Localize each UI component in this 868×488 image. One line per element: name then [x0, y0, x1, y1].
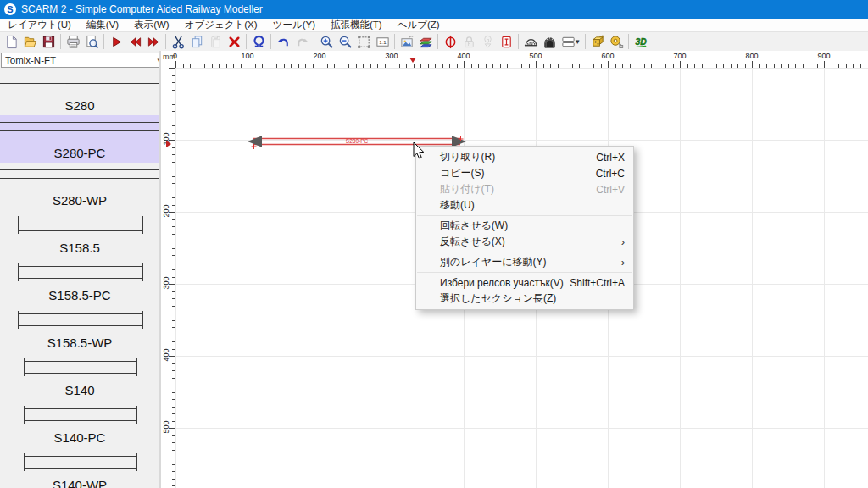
redo-icon[interactable] — [292, 33, 311, 51]
chevron-down-icon[interactable]: ▾ — [576, 37, 582, 46]
menu-item-label: コピー(S) — [440, 166, 485, 180]
fast-forward-icon[interactable] — [144, 33, 163, 51]
context-menu-item-10[interactable]: Избери релсов участък(V)Shift+Ctrl+A — [416, 274, 633, 291]
track-library-item-S140-PC[interactable]: S140-PC — [0, 400, 159, 447]
menu-item-label: 貼り付け(T) — [440, 182, 494, 197]
measures-icon[interactable] — [588, 33, 607, 51]
menu-item-label: 切り取り(R) — [440, 150, 495, 164]
tape-measure-icon[interactable] — [607, 33, 626, 51]
ruler-label: 500 — [523, 52, 548, 60]
toolbar-separator — [518, 34, 519, 49]
context-menu: 切り取り(R)Ctrl+Xコピー(S)Ctrl+C貼り付け(T)Ctrl+V移動… — [415, 146, 634, 310]
menubar-item-1[interactable]: 編集(V) — [79, 19, 126, 31]
toolbar-separator — [394, 34, 395, 49]
context-menu-item-8[interactable]: 別のレイヤーに移動(Y)› — [416, 254, 633, 270]
track-library-item-S158.5-PC[interactable]: S158.5-PC — [0, 258, 159, 305]
zoom-actual-icon[interactable]: 1:1 — [373, 33, 392, 51]
toolbar-group: hh — [441, 33, 515, 51]
cursor-position-marker-x — [409, 58, 416, 63]
track-item-label: S158.5-PC — [0, 288, 159, 303]
track-library-item-S140-WP[interactable]: S140-WP — [0, 447, 159, 488]
context-menu-item-0[interactable]: 切り取り(R)Ctrl+X — [416, 149, 633, 165]
print-preview-icon[interactable] — [82, 33, 101, 51]
vertical-ruler: 100200300400500 — [161, 68, 176, 488]
library-selector-value: Tomix-N-FT — [5, 55, 56, 65]
menubar-item-2[interactable]: 表示(W) — [126, 19, 177, 31]
rotate-icon[interactable] — [249, 33, 268, 51]
zoom-in-icon[interactable] — [317, 33, 336, 51]
go-point-icon[interactable] — [107, 33, 125, 51]
menu-item-label: Избери релсов участък(V) — [440, 277, 564, 289]
menubar-item-3[interactable]: オブジェクト(X) — [177, 19, 265, 31]
track-library-item-S158.5-WP[interactable]: S158.5-WP — [0, 305, 159, 352]
menu-item-shortcut: Shift+Ctrl+A — [570, 277, 625, 289]
fast-back-icon[interactable] — [125, 33, 144, 51]
window-title: SCARM 2 - Simple Computer Aided Railway … — [21, 3, 263, 15]
menubar-item-6[interactable]: ヘルプ(Z) — [390, 19, 448, 31]
menu-item-shortcut: Ctrl+X — [596, 152, 625, 164]
track-library-item-S280[interactable]: S280 — [0, 68, 159, 115]
flex-track-icon[interactable] — [497, 33, 515, 51]
copy-icon[interactable] — [187, 33, 206, 51]
menu-item-label: 移動(U) — [440, 198, 475, 213]
track-item-label: S280-WP — [0, 193, 159, 208]
track-library-item-S280-WP[interactable]: S280-WP — [0, 163, 159, 210]
tunnel-icon[interactable] — [540, 33, 559, 51]
ruler-tick — [464, 61, 465, 68]
undo-icon[interactable] — [274, 33, 292, 51]
track-library-item-S140[interactable]: S140 — [0, 352, 159, 400]
context-menu-item-3[interactable]: 移動(U) — [416, 197, 633, 214]
save-icon[interactable] — [39, 33, 58, 51]
ruler-tick — [175, 61, 176, 68]
layers-icon[interactable] — [416, 33, 435, 51]
submenu-arrow-icon: › — [621, 236, 625, 247]
track-center-icon[interactable] — [441, 33, 459, 51]
paste-icon[interactable] — [206, 33, 225, 51]
ruler-tick — [824, 61, 825, 68]
track-library-item-S280-PC[interactable]: S280-PC — [0, 115, 159, 163]
horizontal-ruler: 0100200300400500600700800900 — [175, 51, 868, 69]
track-style-icon[interactable] — [559, 33, 577, 51]
svg-text:h: h — [467, 42, 470, 47]
bridge-icon[interactable] — [521, 33, 540, 51]
zoom-area-icon[interactable] — [354, 33, 373, 51]
toolbar-group — [2, 33, 58, 51]
toolbar-group — [169, 33, 243, 51]
zoom-out-icon[interactable] — [336, 33, 354, 51]
cut-icon[interactable] — [169, 33, 187, 51]
context-menu-item-11[interactable]: 選択したセクション長(Z) — [416, 291, 633, 307]
track-item-label: S280-PC — [0, 146, 159, 161]
track-item-label: S140-WP — [0, 478, 159, 488]
ruler-label: 200 — [307, 52, 332, 60]
lock-heights-icon[interactable]: h — [459, 33, 478, 51]
toolbar-group — [249, 33, 268, 51]
print-icon[interactable] — [64, 33, 82, 51]
track-library-item-S158.5[interactable]: S158.5 — [0, 210, 159, 258]
delete-icon[interactable] — [225, 33, 243, 51]
open-icon[interactable] — [20, 33, 39, 51]
track-preview — [18, 311, 143, 329]
new-layout-icon[interactable] — [2, 33, 20, 51]
toolbar-separator — [628, 34, 629, 49]
context-menu-item-5[interactable]: 回転させる(W) — [416, 218, 633, 234]
ruler-label: 200 — [162, 194, 170, 228]
library-selector[interactable]: Tomix-N-FT ▾ — [1, 53, 161, 68]
menu-item-label: 回転させる(W) — [440, 219, 508, 233]
menu-item-shortcut: Ctrl+C — [596, 168, 625, 180]
ruler-tick — [392, 61, 392, 68]
ruler-label: 300 — [162, 266, 170, 300]
svg-text:3D: 3D — [635, 36, 647, 46]
set-height-icon[interactable]: h — [478, 33, 497, 51]
menubar-item-0[interactable]: レイアウト(U) — [0, 19, 79, 31]
view-3d-icon[interactable]: 3D — [632, 33, 650, 51]
toolbar-separator — [585, 34, 586, 49]
menubar-item-5[interactable]: 拡張機能(T) — [323, 19, 390, 31]
context-menu-item-6[interactable]: 反転させる(X)› — [416, 234, 633, 250]
context-menu-item-2[interactable]: 貼り付け(T)Ctrl+V — [416, 181, 633, 197]
toolbar-group — [588, 33, 626, 51]
background-image-icon[interactable] — [398, 33, 416, 51]
menubar-item-4[interactable]: ツール(Y) — [265, 19, 323, 31]
track-preview — [18, 263, 143, 281]
toolbar-separator — [103, 34, 104, 49]
context-menu-item-1[interactable]: コピー(S)Ctrl+C — [416, 165, 633, 181]
